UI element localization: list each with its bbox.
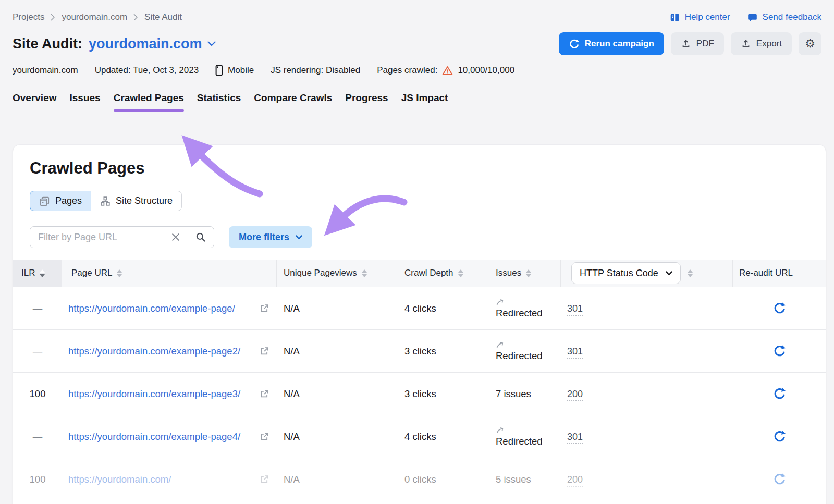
tab-progress[interactable]: Progress: [345, 92, 388, 112]
page-url-link[interactable]: https://yourdomain.com/example-page4/: [68, 430, 252, 444]
breadcrumb: Projectsyourdomain.comSite Audit: [13, 12, 182, 22]
issues-label[interactable]: Redirected: [496, 350, 561, 362]
breadcrumb-item[interactable]: yourdomain.com: [62, 12, 127, 22]
tab-overview[interactable]: Overview: [13, 92, 57, 112]
rerun-campaign-label: Rerun campaign: [585, 39, 654, 49]
report-tabs: OverviewIssuesCrawled PagesStatisticsCom…: [0, 92, 834, 112]
column-header-crawl-depth[interactable]: Crawl Depth: [394, 260, 485, 287]
http-status-code[interactable]: 301: [567, 303, 583, 316]
http-status-code[interactable]: 301: [567, 432, 583, 444]
http-status-code[interactable]: 200: [567, 474, 583, 487]
cell-issues: Redirected: [485, 341, 561, 362]
cell-ilr: 100: [13, 474, 62, 485]
pages-crawled-label: Pages crawled:: [377, 65, 437, 76]
meta-updated: Updated: Tue, Oct 3, 2023: [95, 65, 199, 76]
tab-js-impact[interactable]: JS Impact: [401, 92, 448, 112]
meta-pages-crawled: Pages crawled: 10,000/10,000: [377, 65, 514, 76]
issues-label[interactable]: 5 issues: [496, 474, 561, 485]
meta-js-rendering: JS rendering: Disabled: [271, 65, 360, 76]
issues-label[interactable]: Redirected: [496, 436, 561, 447]
column-header-issues[interactable]: Issues: [485, 260, 561, 287]
panel-title: Crawled Pages: [30, 159, 809, 178]
external-link-icon[interactable]: [260, 389, 269, 399]
sort-icon[interactable]: [688, 269, 693, 277]
site-audit-page: Projectsyourdomain.comSite Audit Help ce…: [0, 0, 834, 504]
refresh-icon: [773, 345, 786, 358]
toggle-site-structure[interactable]: Site Structure: [91, 191, 182, 211]
table-row: — https://yourdomain.com/example-page/ N…: [13, 287, 826, 329]
issues-label[interactable]: Redirected: [496, 308, 561, 319]
external-link-icon[interactable]: [260, 474, 269, 484]
issues-label[interactable]: 7 issues: [496, 388, 561, 400]
project-selector[interactable]: yourdomain.com: [89, 36, 216, 52]
re-audit-button[interactable]: [773, 473, 786, 486]
export-icon: [741, 39, 751, 49]
column-header-ilr[interactable]: ILR: [13, 260, 62, 287]
help-center-link[interactable]: Help center: [669, 12, 730, 23]
tab-crawled-pages[interactable]: Crawled Pages: [114, 92, 184, 112]
column-header-http-status: HTTP Status Code: [561, 260, 733, 287]
re-audit-button[interactable]: [773, 302, 786, 315]
tab-statistics[interactable]: Statistics: [197, 92, 241, 112]
page-url-link[interactable]: https://yourdomain.com/example-page2/: [68, 345, 252, 358]
pdf-button[interactable]: PDF: [671, 32, 724, 55]
cell-ilr: —: [13, 431, 62, 442]
search-button[interactable]: [187, 227, 214, 248]
external-link-icon[interactable]: [260, 346, 269, 356]
http-status-code[interactable]: 301: [567, 346, 583, 359]
breadcrumb-separator-icon: [133, 14, 138, 21]
rerun-campaign-button[interactable]: Rerun campaign: [559, 32, 664, 55]
sort-icon[interactable]: [362, 269, 367, 277]
sort-icon[interactable]: [40, 269, 45, 277]
page-url-link[interactable]: https://yourdomain.com/: [68, 473, 252, 486]
clear-filter-button[interactable]: [170, 227, 187, 248]
cell-http-status: 301: [561, 303, 733, 314]
external-link-icon[interactable]: [260, 432, 269, 441]
page-title-prefix: Site Audit:: [13, 36, 82, 52]
cell-page-url: https://yourdomain.com/: [62, 466, 277, 493]
meta-device-label: Mobile: [228, 65, 254, 76]
column-header-page-url[interactable]: Page URL: [62, 260, 277, 287]
column-header-unique-pageviews[interactable]: Unique Pageviews: [277, 260, 394, 287]
tab-issues[interactable]: Issues: [70, 92, 101, 112]
cell-http-status: 301: [561, 431, 733, 442]
external-link-icon[interactable]: [260, 303, 269, 313]
view-toggle: Pages Site Structure: [30, 191, 182, 211]
settings-button[interactable]: ⚙: [799, 32, 821, 55]
page-url-link[interactable]: https://yourdomain.com/example-page/: [68, 302, 252, 315]
redirect-arrow-icon: [496, 341, 505, 349]
crawled-pages-panel: Crawled Pages Pages: [13, 144, 826, 504]
http-status-code[interactable]: 200: [567, 389, 583, 401]
tab-compare-crawls[interactable]: Compare Crawls: [254, 92, 332, 112]
column-header-re-audit: Re-audit URL: [733, 260, 826, 287]
re-audit-button[interactable]: [773, 387, 786, 400]
page-url-link[interactable]: https://yourdomain.com/example-page3/: [68, 387, 252, 401]
breadcrumb-item[interactable]: Site Audit: [144, 12, 182, 22]
refresh-icon: [773, 302, 786, 315]
sort-icon[interactable]: [117, 269, 122, 277]
more-filters-button[interactable]: More filters: [229, 226, 312, 248]
re-audit-button[interactable]: [773, 430, 786, 443]
table-body: — https://yourdomain.com/example-page/ N…: [13, 287, 826, 500]
project-name: yourdomain.com: [89, 36, 202, 52]
export-button[interactable]: Export: [731, 32, 792, 55]
gear-icon: ⚙: [805, 37, 815, 51]
cell-re-audit: [733, 345, 826, 358]
export-pdf-icon: [681, 39, 691, 49]
cell-unique-pageviews: N/A: [277, 474, 394, 485]
cell-ilr: —: [13, 346, 62, 357]
send-feedback-link[interactable]: Send feedback: [747, 12, 821, 23]
cell-unique-pageviews: N/A: [277, 346, 394, 357]
re-audit-button[interactable]: [773, 345, 786, 358]
url-filter-input[interactable]: [30, 227, 170, 248]
table-row: — https://yourdomain.com/example-page2/ …: [13, 329, 826, 372]
site-structure-icon: [100, 196, 111, 206]
breadcrumb-item[interactable]: Projects: [13, 12, 44, 22]
sort-icon[interactable]: [526, 269, 531, 277]
redirect-arrow-icon: [496, 298, 505, 306]
http-status-filter-select[interactable]: HTTP Status Code: [571, 262, 681, 284]
tabs-divider: [0, 112, 834, 112]
toggle-pages[interactable]: Pages: [30, 191, 91, 211]
help-center-label: Help center: [685, 12, 730, 22]
sort-icon[interactable]: [458, 269, 463, 277]
